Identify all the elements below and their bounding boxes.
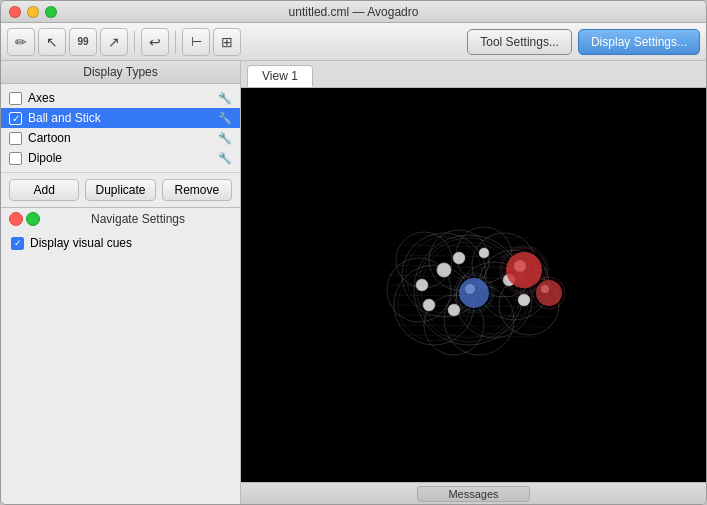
tool-settings-button[interactable]: Tool Settings... — [467, 29, 572, 55]
duplicate-button[interactable]: Duplicate — [85, 179, 155, 201]
svg-point-46 — [536, 280, 562, 306]
svg-point-38 — [423, 299, 435, 311]
list-item-cartoon[interactable]: Cartoon 🔧 — [1, 128, 240, 148]
status-bar: Messages — [241, 482, 706, 504]
svg-line-24 — [394, 315, 549, 317]
arrow-icon: ↖ — [46, 34, 58, 50]
rotate-icon: ↗ — [108, 34, 120, 50]
cartoon-checkbox[interactable] — [9, 132, 22, 145]
visual-cues-label: Display visual cues — [30, 236, 132, 250]
measure-button[interactable]: ⊢ — [182, 28, 210, 56]
rotate-tool-button[interactable]: ↗ — [100, 28, 128, 56]
add-button[interactable]: Add — [9, 179, 79, 201]
svg-point-36 — [518, 294, 530, 306]
navigate-expand-icon[interactable] — [26, 212, 40, 226]
ball-and-stick-label: Ball and Stick — [28, 111, 212, 125]
toolbar-separator-2 — [175, 31, 176, 53]
navigate-settings-header: Navigate Settings — [1, 208, 240, 230]
dipole-settings-icon[interactable]: 🔧 — [218, 152, 232, 165]
display-types-list: Axes 🔧 ✓ Ball and Stick 🔧 Cartoon 🔧 — [1, 84, 240, 172]
svg-point-44 — [514, 260, 526, 272]
grid-icon: ⊞ — [221, 34, 233, 50]
messages-button[interactable]: Messages — [417, 486, 529, 502]
toolbar-right-buttons: Tool Settings... Display Settings... — [467, 29, 700, 55]
display-settings-button[interactable]: Display Settings... — [578, 29, 700, 55]
molecule-svg — [314, 145, 634, 425]
minimize-button[interactable] — [27, 6, 39, 18]
molecule-container — [314, 145, 634, 425]
svg-point-41 — [465, 284, 475, 294]
navigate-section: Navigate Settings ✓ Display visual cues — [1, 207, 240, 256]
undo-button[interactable]: ↩ — [141, 28, 169, 56]
list-item-axes[interactable]: Axes 🔧 — [1, 88, 240, 108]
text-icon: 99 — [77, 36, 88, 47]
ball-and-stick-settings-icon[interactable]: 🔧 — [218, 112, 232, 125]
text-tool-button[interactable]: 99 — [69, 28, 97, 56]
window-title: untitled.cml — Avogadro — [289, 5, 419, 19]
visual-cues-checkbox[interactable]: ✓ — [11, 237, 24, 250]
viewport-3d[interactable] — [241, 88, 706, 482]
undo-icon: ↩ — [149, 34, 161, 50]
list-item-dipole[interactable]: Dipole 🔧 — [1, 148, 240, 168]
maximize-button[interactable] — [45, 6, 57, 18]
toolbar-separator — [134, 31, 135, 53]
navigate-close-icon[interactable] — [9, 212, 23, 226]
axes-label: Axes — [28, 91, 212, 105]
cartoon-label: Cartoon — [28, 131, 212, 145]
svg-point-37 — [448, 304, 460, 316]
navigate-settings-label: Navigate Settings — [44, 212, 232, 226]
svg-point-40 — [459, 278, 489, 308]
view-1-tab[interactable]: View 1 — [247, 65, 313, 87]
svg-point-32 — [416, 279, 428, 291]
display-type-buttons: Add Duplicate Remove — [1, 172, 240, 207]
svg-point-31 — [437, 263, 451, 277]
cartoon-settings-icon[interactable]: 🔧 — [218, 132, 232, 145]
pencil-tool-button[interactable]: ✏ — [7, 28, 35, 56]
toolbar: ✏ ↖ 99 ↗ ↩ ⊢ ⊞ Tool Settings... Display … — [1, 23, 706, 61]
svg-line-29 — [404, 335, 539, 337]
viewport-panel: View 1 — [241, 61, 706, 504]
list-item-ball-and-stick[interactable]: ✓ Ball and Stick 🔧 — [1, 108, 240, 128]
svg-point-34 — [479, 248, 489, 258]
visual-cues-row[interactable]: ✓ Display visual cues — [1, 230, 240, 256]
display-types-header: Display Types — [1, 61, 240, 84]
measure-icon: ⊢ — [191, 34, 202, 49]
dipole-checkbox[interactable] — [9, 152, 22, 165]
traffic-lights — [9, 6, 57, 18]
ball-and-stick-checkbox[interactable]: ✓ — [9, 112, 22, 125]
main-area: Display Types Axes 🔧 ✓ Ball and Stick 🔧 — [1, 61, 706, 504]
viewport-tabs: View 1 — [241, 61, 706, 88]
left-panel: Display Types Axes 🔧 ✓ Ball and Stick 🔧 — [1, 61, 241, 504]
dipole-label: Dipole — [28, 151, 212, 165]
axes-settings-icon[interactable]: 🔧 — [218, 92, 232, 105]
svg-point-47 — [541, 285, 549, 293]
select-tool-button[interactable]: ↖ — [38, 28, 66, 56]
svg-line-27 — [414, 235, 529, 238]
main-window: untitled.cml — Avogadro ✏ ↖ 99 ↗ ↩ ⊢ ⊞ T… — [0, 0, 707, 505]
close-button[interactable] — [9, 6, 21, 18]
title-bar: untitled.cml — Avogadro — [1, 1, 706, 23]
grid-button[interactable]: ⊞ — [213, 28, 241, 56]
remove-button[interactable]: Remove — [162, 179, 232, 201]
axes-checkbox[interactable] — [9, 92, 22, 105]
navigate-icons — [9, 212, 40, 226]
svg-point-33 — [453, 252, 465, 264]
pencil-icon: ✏ — [15, 34, 27, 50]
